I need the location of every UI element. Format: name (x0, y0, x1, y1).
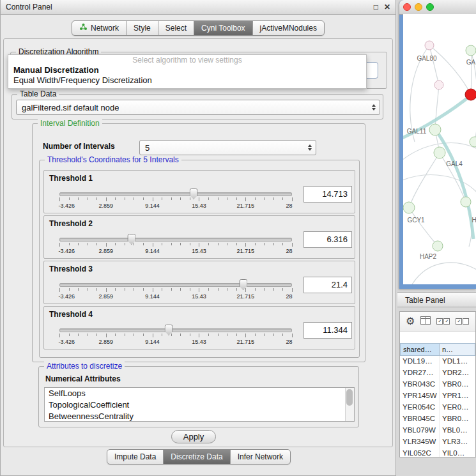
attribute-list-item[interactable]: SelfLoops (45, 388, 354, 399)
column-header-name[interactable]: n… (440, 343, 475, 356)
table-data-combobox[interactable]: galFiltered.sif default node (16, 100, 380, 115)
table-row[interactable]: YLR345WYLR3… (400, 436, 475, 448)
network-node-green[interactable] (466, 45, 476, 56)
table-rows: YDL19…YDL1…YDR27…YDR2…YBR043CYBR0…YPR145… (400, 356, 475, 457)
column-header-shared-name[interactable]: shared… (400, 343, 440, 356)
cell-name: YBR0… (440, 413, 475, 425)
algorithm-placeholder: Select algorithm to view settings (8, 56, 366, 65)
table-row[interactable]: YDL19…YDL1… (400, 356, 475, 367)
table-row[interactable]: YIL052CYIL0… (400, 448, 475, 457)
gear-icon[interactable]: ⚙ (406, 316, 415, 326)
network-edge[interactable] (471, 50, 472, 95)
tab-label: Impute Data (114, 452, 156, 462)
threshold-label: Threshold 4 (49, 310, 93, 319)
cell-shared-name: YBL079W (400, 425, 440, 436)
algorithm-option-manual[interactable]: Manual Discretization (8, 65, 366, 75)
checkbox-glyph (463, 318, 469, 325)
attribute-list-item[interactable]: TopologicalCoefficient (45, 399, 354, 411)
threshold-3-slider[interactable]: -3.4262.8599.14415.4321.71528 (59, 279, 292, 301)
network-view-window: GAL80GAGAL11GAL4GCY1HHAP2 (399, 0, 476, 289)
threshold-4-panel: Threshold 4 -3.4262.8599.14415.4321.7152… (43, 306, 355, 349)
threshold-coordinates-group: Threshold's Coordinates for 5 Intervals … (39, 160, 360, 358)
minimize-traffic-light-icon[interactable] (415, 3, 422, 11)
network-edge[interactable] (409, 153, 440, 208)
cell-shared-name: YBR045C (400, 413, 440, 425)
cell-name: YPR1… (440, 390, 475, 402)
network-node-pink[interactable] (425, 41, 434, 50)
threshold-1-slider[interactable]: -3.4262.8599.14415.4321.71528 (59, 188, 292, 210)
network-node-red[interactable] (465, 89, 476, 100)
list-scrollbar-thumb[interactable] (346, 389, 353, 406)
threshold-4-value-field[interactable]: 11.344 (303, 322, 352, 339)
network-node-label: GAL80 (417, 55, 437, 62)
slider-track[interactable] (59, 328, 292, 332)
control-panel-titlebar[interactable]: Control Panel □ ✕ (1, 0, 395, 15)
table-row[interactable]: YBR045CYBR0… (400, 413, 475, 425)
network-node-green[interactable] (461, 197, 471, 207)
cell-shared-name: YIL052C (400, 448, 440, 457)
table-row[interactable]: YER054CYER0… (400, 402, 475, 413)
network-node-green[interactable] (433, 241, 443, 251)
slider-track[interactable] (59, 283, 292, 287)
cell-shared-name: YBR043C (400, 379, 440, 390)
threshold-4-slider[interactable]: -3.4262.8599.14415.4321.71528 (59, 325, 292, 346)
close-window-icon[interactable]: ✕ (384, 0, 390, 14)
table-panel-header[interactable]: Table Panel (397, 292, 476, 307)
slider-track[interactable] (59, 192, 292, 196)
select-none-icon[interactable]: ✓ (456, 318, 469, 325)
network-node-green[interactable] (403, 202, 415, 213)
cell-shared-name: YLR345W (400, 436, 440, 448)
threshold-2-slider[interactable]: -3.4262.8599.14415.4321.71528 (59, 234, 292, 256)
apply-button[interactable]: Apply (171, 430, 216, 443)
table-row[interactable]: YBR043CYBR0… (400, 379, 475, 390)
network-node-label: H (472, 217, 476, 224)
attribute-list-item[interactable]: BetweennessCentrality (45, 411, 354, 422)
cell-name: YER0… (440, 402, 475, 413)
table-row[interactable]: YBL079WYBL0… (400, 425, 475, 436)
network-edge[interactable] (435, 85, 439, 130)
float-window-icon[interactable]: □ (374, 0, 378, 14)
network-node-green[interactable] (434, 147, 445, 158)
network-node-green[interactable] (429, 124, 441, 135)
tab-style[interactable]: Style (127, 21, 158, 35)
threshold-2-value-field[interactable]: 6.316 (303, 231, 352, 248)
table-header-row: shared… n… (400, 343, 475, 356)
network-node-label: GAL11 (407, 128, 427, 135)
network-node-pink[interactable] (434, 81, 443, 89)
network-node-green[interactable] (470, 137, 476, 147)
table-data-group: Table Data galFiltered.sif default node (12, 94, 383, 119)
group-title-table-data: Table Data (17, 89, 59, 98)
network-window-titlebar[interactable] (399, 0, 476, 15)
group-title-threshold-coordinates: Threshold's Coordinates for 5 Intervals (45, 155, 181, 164)
network-edge[interactable] (412, 263, 476, 284)
numerical-attributes-list[interactable]: SelfLoopsTopologicalCoefficientBetweenne… (44, 387, 355, 422)
table-row[interactable]: YDR27…YDR2… (400, 367, 475, 379)
tab-impute-data[interactable]: Impute Data (107, 450, 164, 464)
list-scrollbar[interactable] (345, 388, 354, 421)
network-edge[interactable] (429, 45, 439, 85)
num-intervals-combobox[interactable]: 5 (139, 140, 316, 155)
threshold-2-panel: Threshold 2 -3.4262.8599.14415.4321.7152… (43, 215, 355, 259)
threshold-1-value-field[interactable]: 14.713 (303, 186, 352, 203)
columns-icon[interactable] (420, 316, 431, 327)
algorithm-option-equal-width[interactable]: Equal Width/Frequency Discretization (8, 75, 366, 86)
zoom-traffic-light-icon[interactable] (426, 3, 434, 11)
tab-infer-network[interactable]: Infer Network (231, 450, 290, 464)
tab-discretize-data[interactable]: Discretize Data (164, 450, 230, 464)
select-all-icon[interactable]: ✓✓ (436, 318, 450, 325)
network-canvas[interactable]: GAL80GAGAL11GAL4GCY1HHAP2 (403, 14, 476, 284)
tab-cyni-toolbox[interactable]: Cyni Toolbox (194, 21, 252, 35)
tab-label: Network (91, 23, 119, 33)
close-traffic-light-icon[interactable] (403, 3, 411, 11)
table-row[interactable]: YPR145WYPR1… (400, 390, 475, 402)
tab-label: Cyni Toolbox (201, 23, 245, 33)
tab-select[interactable]: Select (158, 21, 194, 35)
slider-track[interactable] (59, 238, 292, 242)
slider-thumb[interactable] (190, 188, 198, 199)
threshold-3-value-field[interactable]: 21.4 (303, 277, 352, 293)
tab-jactivemodules[interactable]: jActiveMNodules (253, 21, 324, 35)
network-edge[interactable] (409, 208, 438, 246)
num-intervals-value: 5 (145, 143, 150, 153)
threshold-1-panel: Threshold 1 -3.4262.8599.14415.4321.7152… (43, 170, 355, 213)
tab-network[interactable]: Network (72, 21, 127, 35)
